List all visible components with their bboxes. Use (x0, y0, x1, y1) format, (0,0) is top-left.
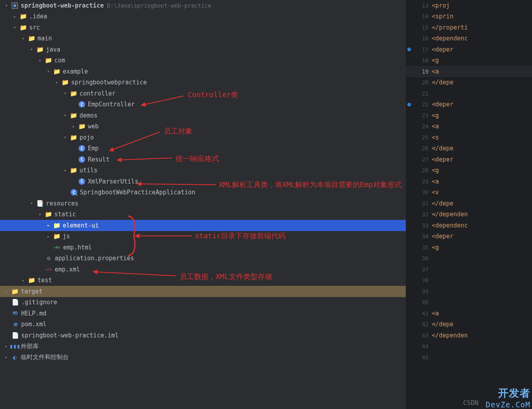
tree-demos[interactable]: ▾ 📁 demos (0, 110, 406, 121)
gutter-line[interactable]: 33 (406, 220, 432, 231)
code-line[interactable]: <proj (432, 0, 532, 11)
chevron-right-icon[interactable]: ▸ (3, 344, 10, 349)
tree-app-props[interactable]: ⚙ application.properties (0, 253, 406, 264)
chevron-down-icon[interactable]: ▾ (62, 113, 68, 118)
gutter-line[interactable]: 27⊟ (406, 154, 432, 165)
gutter-line[interactable]: 26⊟ (406, 143, 432, 154)
tree-pojo[interactable]: ▾ 📁 pojo (0, 132, 406, 143)
code-line[interactable] (432, 297, 532, 308)
fold-icon[interactable]: ⊟ (433, 322, 436, 327)
gutter-line[interactable]: 37 (406, 264, 432, 275)
code-line[interactable]: <a (432, 176, 532, 187)
chevron-down-icon[interactable]: ▾ (45, 69, 52, 74)
gutter-line[interactable]: 17⊟ (406, 44, 432, 55)
code-line[interactable]: <a (432, 308, 532, 319)
gutter-line[interactable]: 45 (406, 352, 432, 363)
gutter-line[interactable]: 35⊟ (406, 242, 432, 253)
gutter-line[interactable]: 19 (406, 66, 432, 77)
gutter-line[interactable]: 39 (406, 286, 432, 297)
chevron-right-icon[interactable]: ▸ (45, 223, 52, 228)
code-line[interactable]: <s (432, 132, 532, 143)
code-line[interactable]: <dependenc (432, 220, 532, 231)
code-line[interactable]: <sprin (432, 11, 532, 22)
fold-icon[interactable]: ⊟ (433, 245, 436, 249)
tree-web[interactable]: ▸ 📁 web (0, 121, 406, 132)
chevron-right-icon[interactable]: ▸ (12, 14, 18, 19)
chevron-right-icon[interactable]: ▸ (3, 355, 10, 360)
tree-resources[interactable]: ▾ 📑 resources (0, 198, 406, 209)
gutter-line[interactable]: 25 (406, 132, 432, 143)
fold-icon[interactable]: ⊟ (433, 311, 436, 315)
tree-static[interactable]: ▾ 📁 static (0, 209, 406, 220)
tree-main[interactable]: ▾ 📁 main (0, 33, 406, 44)
code-line[interactable]: <g (432, 55, 532, 66)
gutter-line[interactable]: 23 (406, 110, 432, 121)
code-line[interactable]: <g (432, 165, 532, 176)
code-line[interactable]: </depe (432, 319, 532, 330)
fold-icon[interactable]: ⊟ (433, 146, 436, 151)
code-line[interactable] (432, 275, 532, 286)
code-line[interactable]: <deper (432, 154, 532, 165)
chevron-right-icon[interactable]: ▸ (3, 289, 10, 294)
tree-external-libs[interactable]: ▸ ▮▮▮ 外部库 (0, 341, 406, 352)
fold-icon[interactable]: ⊟ (433, 157, 436, 162)
tree-idea[interactable]: ▸ 📁 .idea (0, 11, 406, 22)
code-line[interactable]: <a (432, 66, 532, 77)
gutter-line[interactable]: 30 (406, 187, 432, 198)
fold-icon[interactable]: ⊟ (433, 102, 436, 107)
fold-icon[interactable]: ⊟ (433, 201, 436, 205)
code-line[interactable]: </dependen (432, 209, 532, 220)
code-line[interactable]: </depe (432, 143, 532, 154)
tree-empcontroller[interactable]: C EmpController (0, 99, 406, 110)
fold-icon[interactable]: ⊟ (433, 25, 436, 30)
gutter-line[interactable]: 42⊟ (406, 319, 432, 330)
code-line[interactable]: </depe (432, 198, 532, 209)
gutter-line[interactable]: 16 (406, 33, 432, 44)
code-line[interactable]: <deper (432, 44, 532, 55)
code-line[interactable] (432, 341, 532, 352)
tree-help-md[interactable]: MD HELP.md (0, 308, 406, 319)
tree-java[interactable]: ▾ 📁 java (0, 44, 406, 55)
gutter-line[interactable]: 28 (406, 165, 432, 176)
gutter-line[interactable]: 29 (406, 176, 432, 187)
gutter-line[interactable]: 18 (406, 55, 432, 66)
editor-gutter[interactable]: 131415⊟1617⊟181920⊟2122⊟23242526⊟27⊟2829… (406, 0, 432, 409)
chevron-down-icon[interactable]: ▾ (28, 201, 35, 206)
chevron-down-icon[interactable]: ▾ (54, 80, 60, 85)
code-line[interactable]: <g (432, 110, 532, 121)
code-line[interactable] (432, 264, 532, 275)
tree-scratches[interactable]: ▸ ◐ 临时文件和控制台 (0, 352, 406, 363)
project-tree-panel[interactable]: ▾ springboot-web-practice D:\Java\spring… (0, 0, 406, 409)
gutter-line[interactable]: 21 (406, 88, 432, 99)
chevron-down-icon[interactable]: ▾ (62, 135, 68, 140)
chevron-down-icon[interactable]: ▾ (20, 36, 26, 41)
code-line[interactable]: <dependenc (432, 33, 532, 44)
code-line[interactable]: </depe (432, 77, 532, 88)
tree-project-root[interactable]: ▾ springboot-web-practice D:\Java\spring… (0, 0, 406, 11)
chevron-down-icon[interactable]: ▾ (37, 212, 43, 217)
tree-emp[interactable]: C Emp (0, 143, 406, 154)
gutter-line[interactable]: 43⊟ (406, 330, 432, 341)
fold-icon[interactable]: ⊟ (433, 80, 436, 85)
code-line[interactable]: </properti (432, 22, 532, 33)
tree-gitignore[interactable]: 📄 .gitignore (0, 297, 406, 308)
editor-code[interactable]: <proj<sprin</properti<dependenc<deper<g<… (432, 0, 532, 409)
tree-src[interactable]: ▾ 📁 src (0, 22, 406, 33)
gutter-line[interactable]: 22⊟ (406, 99, 432, 110)
tree-utils[interactable]: ▾ 📁 utils (0, 165, 406, 176)
chevron-right-icon[interactable]: ▸ (70, 124, 77, 129)
tree-emp-html[interactable]: <H> emp.html (0, 242, 406, 253)
gutter-line[interactable]: 31⊟ (406, 198, 432, 209)
code-line[interactable] (432, 253, 532, 264)
editor-panel[interactable]: 131415⊟1617⊟181920⊟2122⊟23242526⊟27⊟2829… (406, 0, 532, 409)
gutter-line[interactable]: 32⊟ (406, 209, 432, 220)
code-line[interactable]: <g (432, 242, 532, 253)
gutter-line[interactable]: 44 (406, 341, 432, 352)
gutter-line[interactable]: 38 (406, 275, 432, 286)
code-line[interactable] (432, 286, 532, 297)
tree-pom[interactable]: m pom.xml (0, 319, 406, 330)
gutter-line[interactable]: 13 (406, 0, 432, 11)
code-line[interactable]: <deper (432, 231, 532, 242)
gutter-line[interactable]: 14 (406, 11, 432, 22)
gutter-line[interactable]: 24 (406, 121, 432, 132)
